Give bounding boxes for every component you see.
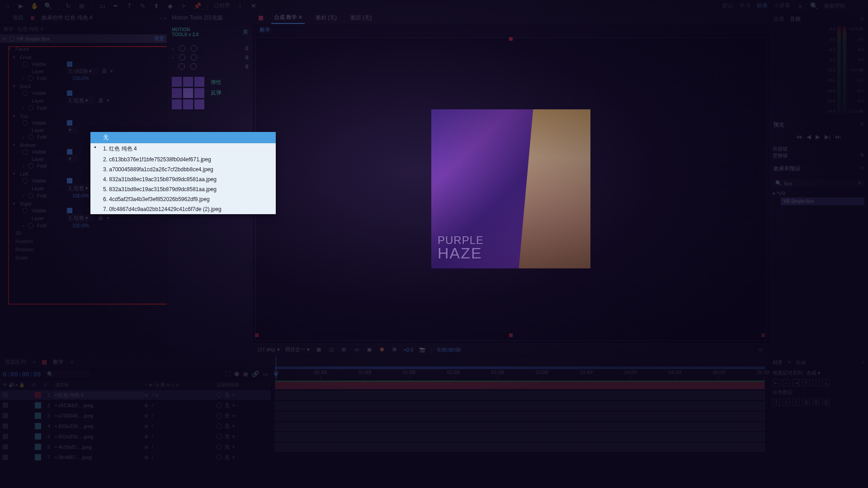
- face-group-back[interactable]: ▾Back: [13, 82, 164, 90]
- face-group-top[interactable]: ▾Top: [13, 112, 164, 120]
- stopwatch-icon[interactable]: [23, 208, 28, 213]
- layer-duration-bar[interactable]: [275, 380, 765, 389]
- parent-dropdown[interactable]: 无: [225, 413, 230, 419]
- knob-icon[interactable]: [179, 45, 185, 52]
- zoom-tool-icon[interactable]: 🔍: [44, 2, 52, 9]
- align-to-dropdown[interactable]: 合成 ▾: [807, 370, 821, 376]
- tl-icon[interactable]: 🔗: [252, 371, 259, 377]
- parent-dropdown[interactable]: 无: [225, 444, 230, 450]
- mt-knob-row-1[interactable]: ‹0: [172, 45, 248, 52]
- tl-icon[interactable]: ▣: [243, 371, 248, 377]
- timeline-layer-row[interactable]: 4 ▪ 832a31b….jpeg ⊕/ 无▾: [0, 421, 271, 432]
- mt-knob-row-2[interactable]: ›0: [172, 54, 248, 61]
- workspace-more-icon[interactable]: »: [797, 2, 804, 9]
- layer-duration-bar[interactable]: [275, 391, 765, 400]
- stopwatch-icon[interactable]: [23, 120, 28, 126]
- motion-tools-tab[interactable]: Motion Tools 2汉化版: [167, 12, 253, 24]
- anchor-grid[interactable]: [172, 77, 204, 109]
- stopwatch-icon[interactable]: [23, 61, 28, 67]
- align-bottom-icon[interactable]: ⤓: [822, 379, 830, 386]
- dropdown-item[interactable]: 无: [90, 132, 276, 143]
- tab-info[interactable]: 信息: [774, 15, 784, 23]
- last-frame-icon[interactable]: ⏭: [835, 133, 841, 140]
- prop-3d[interactable]: ›3D: [8, 230, 164, 237]
- effects-search[interactable]: 🔍 ✕: [773, 179, 864, 187]
- brush-tool-icon[interactable]: ✎: [139, 2, 146, 9]
- visibility-toggle[interactable]: [3, 392, 8, 398]
- pin-tool-icon[interactable]: 📌: [193, 2, 201, 9]
- pickwhip-icon[interactable]: [217, 423, 222, 429]
- text-tool-icon[interactable]: T: [126, 2, 133, 9]
- parent-dropdown[interactable]: 无: [225, 392, 230, 399]
- next-frame-icon[interactable]: ▶|: [825, 133, 830, 140]
- align-vcenter-icon[interactable]: ↕: [812, 379, 820, 386]
- layer-duration-bar[interactable]: [275, 422, 765, 431]
- timeline-layer-row[interactable]: 1 ▪ 红色 纯色 4 ⊕/ fx 无▾: [0, 390, 271, 400]
- workspace-standard[interactable]: 标准: [757, 2, 768, 9]
- effect-category[interactable]: ▾ *VR: [773, 190, 864, 197]
- viewer-tab[interactable]: 素材 (无): [313, 12, 340, 23]
- layer-dropdown[interactable]: 1. 红色 ▾: [67, 214, 94, 222]
- dropdown-item[interactable]: 3. a700045889fa1cd2a26c7cf2bdbb8ce4.jpeg: [90, 164, 276, 174]
- checkbox[interactable]: [67, 178, 72, 183]
- stopwatch-icon[interactable]: [28, 163, 33, 169]
- visibility-toggle[interactable]: [3, 455, 8, 460]
- layer-name[interactable]: ▪ 4cd5af2….jpeg: [53, 444, 144, 450]
- face-group-front[interactable]: ▾Front: [13, 53, 164, 61]
- play-icon[interactable]: ▶: [816, 133, 820, 140]
- prop-fold[interactable]: ›Fold100.0%: [13, 222, 164, 229]
- dropdown-item[interactable]: 1. 红色 纯色 4: [90, 143, 276, 155]
- tl-icon[interactable]: ⛶: [225, 371, 231, 377]
- search-help-input[interactable]: [824, 3, 864, 9]
- exposure-value[interactable]: +0.0: [404, 347, 414, 352]
- layer-name[interactable]: ▪ a700045….jpeg: [53, 413, 144, 418]
- stopwatch-icon[interactable]: [28, 223, 33, 228]
- prop-visible[interactable]: Visible: [13, 90, 164, 96]
- workspace-default[interactable]: 默认: [722, 2, 733, 9]
- layer-name[interactable]: ▪ 红色 纯色 4: [53, 392, 144, 399]
- align-left-icon[interactable]: ⇤: [773, 379, 780, 386]
- mt-knob-row-3[interactable]: 0: [172, 63, 248, 70]
- knob-icon[interactable]: [179, 63, 185, 70]
- visibility-toggle[interactable]: [3, 444, 8, 450]
- layer-dropdown[interactable]: ▾: [67, 155, 78, 162]
- layer-dropdown[interactable]: 2. c613b ▾: [67, 68, 98, 75]
- fx-toggle-icon[interactable]: fx: [3, 36, 7, 42]
- layer-dropdown[interactable]: 1. 红色 ▾: [67, 97, 94, 104]
- view-layout-icon[interactable]: ▭: [757, 346, 764, 353]
- layer-color-swatch[interactable]: [35, 392, 41, 398]
- motion-tools-close[interactable]: 关: [243, 28, 248, 36]
- pickwhip-icon[interactable]: [217, 434, 222, 439]
- dropdown-item[interactable]: 7. 0fc4867d4c9aa02bb124429c41c6f7de (2).…: [90, 204, 276, 214]
- shortcut-value[interactable]: 空格键 ↻: [773, 152, 864, 159]
- timeline-layer-row[interactable]: 3 ▪ a700045….jpeg ⊕/ 无▾: [0, 411, 271, 421]
- transform-handle[interactable]: [255, 333, 259, 337]
- stopwatch-icon[interactable]: [23, 178, 28, 183]
- effects-search-input[interactable]: [784, 181, 855, 186]
- stopwatch-icon[interactable]: [28, 75, 33, 81]
- viewer-tab[interactable]: 图层 (无): [348, 12, 374, 23]
- effect-reset[interactable]: 重置: [154, 35, 164, 42]
- hand-tool-icon[interactable]: ✋: [31, 2, 38, 9]
- prop-fold[interactable]: ›Fold: [13, 105, 164, 111]
- stopwatch-icon[interactable]: [28, 193, 33, 198]
- layer-duration-bar[interactable]: [275, 443, 765, 452]
- zoom-dropdown[interactable]: (77.4%) ▾: [258, 347, 280, 352]
- tab-comp[interactable]: 教学: [53, 358, 64, 366]
- tab-paint[interactable]: 绘画: [796, 359, 806, 366]
- viewer-timecode[interactable]: 0:00:00:00: [437, 347, 461, 352]
- layer-color-swatch[interactable]: [35, 402, 41, 408]
- prop-layer[interactable]: Layer2. c613b ▾ 源 ▾: [13, 67, 164, 75]
- clear-search-icon[interactable]: ✕: [858, 180, 862, 186]
- knob-icon[interactable]: [190, 63, 197, 70]
- visibility-toggle[interactable]: [3, 413, 8, 418]
- timeline-layer-row[interactable]: 6 ▪ 4cd5af2….jpeg ⊕/ 无▾: [0, 442, 271, 452]
- layer-duration-bar[interactable]: [275, 401, 765, 410]
- rect-tool-icon[interactable]: ▭: [99, 2, 106, 9]
- pickwhip-icon[interactable]: [217, 392, 222, 398]
- visibility-toggle[interactable]: [3, 434, 8, 439]
- pickwhip-icon[interactable]: [217, 403, 222, 408]
- layer-name[interactable]: ▪ c613bb3….jpeg: [53, 403, 144, 408]
- timeline-layer-row[interactable]: 5 ▪ 832a31b….jpeg ⊕/ 无▾: [0, 432, 271, 442]
- pen-tool-icon[interactable]: ✒: [112, 2, 119, 9]
